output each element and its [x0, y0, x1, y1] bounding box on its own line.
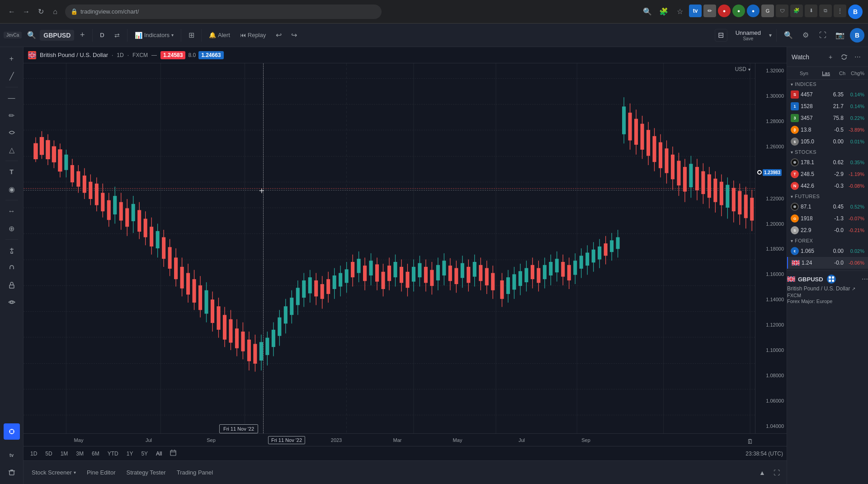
futures-section-header[interactable]: ▾ FUTURES	[787, 192, 868, 201]
ext-shield-icon[interactable]: 🛡	[776, 5, 788, 17]
ext-puzzle-icon[interactable]: 🧩	[790, 5, 803, 17]
ext-gray-icon[interactable]: G	[761, 5, 774, 17]
profile-avatar[interactable]: B	[848, 5, 863, 19]
search-icon[interactable]: 🔍	[640, 5, 655, 19]
currency-selector[interactable]: USD ▾	[735, 66, 750, 72]
watch-row-btc[interactable]: ₿ 13.8 -0.5 -3.89%	[787, 124, 868, 136]
watch-col-chg-pct[interactable]: Chg%	[846, 71, 864, 76]
shapes-tool[interactable]: △	[4, 142, 20, 158]
h-line-tool[interactable]: —	[4, 90, 20, 106]
watch-add-icon[interactable]: +	[825, 51, 836, 63]
watch-row-stock1[interactable]: 178.1 0.62 0.35%	[787, 157, 868, 168]
add-symbol-icon[interactable]: +	[75, 28, 90, 43]
tf-3m[interactable]: 3M	[73, 449, 87, 458]
redo-icon[interactable]: ↪	[287, 28, 301, 43]
refresh-button[interactable]: ↻	[34, 5, 47, 18]
time-axis-calendar-icon[interactable]: 🗓	[747, 438, 753, 445]
drawing-tool[interactable]: ✏	[4, 107, 20, 123]
alert-button[interactable]: 🔔 Alert	[204, 29, 235, 41]
strategy-tester-button[interactable]: Strategy Tester	[122, 466, 170, 479]
watch-row-ndx[interactable]: 1 1528 21.7 0.14%	[787, 100, 868, 112]
active-tool[interactable]	[4, 423, 20, 440]
ext-green-icon[interactable]: ●	[732, 5, 745, 17]
watch-row-gc[interactable]: G 1918 -1.3 -0.07%	[787, 213, 868, 224]
tf-ytd[interactable]: YTD	[104, 449, 122, 458]
star-icon[interactable]: ☆	[673, 5, 687, 19]
zoom-tool[interactable]: ⊕	[4, 220, 20, 237]
watch-more-icon[interactable]: ⋯	[852, 51, 863, 63]
bp-collapse-icon[interactable]: ▲	[756, 466, 769, 479]
magnet-tool[interactable]	[4, 260, 20, 276]
watch-layout-icon[interactable]	[827, 275, 836, 284]
watch-row-gbpusd[interactable]: 1.24 -0.0 -0.06%	[787, 257, 868, 269]
layout-selector[interactable]: ⊟	[715, 29, 727, 42]
watch-col-las[interactable]: Las	[812, 71, 830, 76]
chart-canvas[interactable]: USD ▾	[24, 63, 755, 433]
tf-1y[interactable]: 1Y	[123, 449, 137, 458]
menu-dots-icon[interactable]: ⋮	[834, 5, 846, 17]
ext-red-icon[interactable]: ●	[718, 5, 731, 17]
crosshair-tool[interactable]: +	[4, 51, 20, 67]
watch-row-eur[interactable]: € 1.065 0.00 0.02%	[787, 245, 868, 257]
settings-icon[interactable]: ⚙	[798, 28, 813, 43]
ext-window-icon[interactable]: ⧉	[819, 5, 832, 17]
stock-screener-button[interactable]: Stock Screener ▾	[27, 466, 80, 479]
brush-tool[interactable]: ◉	[4, 181, 20, 197]
symbol-selector[interactable]: GBPUSD	[40, 30, 74, 41]
indicators-button[interactable]: 📊 Indicators ▾	[130, 29, 178, 41]
watch-col-syn[interactable]: Syn	[800, 71, 811, 76]
tf-1m[interactable]: 1M	[57, 449, 71, 458]
watch-col-ch[interactable]: Ch	[831, 71, 845, 76]
watch-row-stock3[interactable]: N 442.6 -0.3 -0.08%	[787, 180, 868, 192]
trading-panel-button[interactable]: Trading Panel	[172, 466, 217, 479]
extensions-icon[interactable]: 🧩	[656, 5, 671, 19]
tf-6m[interactable]: 6M	[89, 449, 103, 458]
undo-icon[interactable]: ↩	[271, 28, 286, 43]
watch-row-gld[interactable]: $ 105.0 0.00 0.01%	[787, 136, 868, 147]
forex-section-header[interactable]: ▾ FOREX	[787, 236, 868, 245]
save-button[interactable]: Unnamed Save	[730, 28, 766, 43]
back-button[interactable]: ←	[5, 5, 18, 18]
tf-all[interactable]: All	[153, 449, 165, 458]
pin-tool[interactable]	[4, 242, 20, 259]
trash-tool[interactable]	[4, 464, 20, 480]
indices-section-header[interactable]: ▾ INDICES	[787, 80, 868, 89]
search-symbol-icon[interactable]: 🔍	[24, 28, 39, 43]
watch-row-sp500[interactable]: S 4457 6.35 0.14%	[787, 89, 868, 100]
search-tv-icon[interactable]: 🔍	[781, 28, 796, 43]
forward-button[interactable]: →	[20, 5, 33, 18]
watch-row-oil[interactable]: 87.1 0.45 0.52%	[787, 201, 868, 213]
measure-tool[interactable]: ↔	[4, 203, 20, 219]
ext-blue-icon[interactable]: ●	[747, 5, 760, 17]
bottom-open-icon[interactable]: ↗	[852, 286, 855, 291]
bp-expand-icon[interactable]: ⛶	[770, 466, 783, 479]
watch-reload-icon[interactable]	[838, 51, 850, 63]
watch-row-dji[interactable]: 3 3457 75.8 0.22%	[787, 112, 868, 124]
dropdown-arrow[interactable]: ▾	[769, 32, 772, 38]
chart-info-icon[interactable]: —	[151, 52, 157, 58]
watch-row-si[interactable]: S 22.9 -0.0 -0.21%	[787, 224, 868, 236]
eye-tool[interactable]	[4, 294, 20, 310]
fullscreen-icon[interactable]: ⛶	[816, 28, 830, 43]
tf-custom[interactable]	[167, 448, 179, 459]
line-tool[interactable]: ╱	[4, 68, 20, 84]
home-button[interactable]: ⌂	[49, 5, 61, 18]
ext-download-icon[interactable]: ⬇	[805, 5, 817, 17]
text-tool[interactable]: T	[4, 164, 20, 180]
ext-tv-icon[interactable]: tv	[689, 5, 702, 17]
stocks-section-header[interactable]: ▾ STOCKS	[787, 147, 868, 157]
compare-icon[interactable]: ⇄	[110, 28, 124, 43]
ext-edit-icon[interactable]: ✏	[703, 5, 716, 17]
watch-row-stock2[interactable]: T 248.5 -2.9 -1.19%	[787, 168, 868, 180]
watch-more-dots[interactable]: ⋯	[862, 275, 868, 283]
fibonacci-tool[interactable]	[4, 124, 20, 141]
camera-icon[interactable]: 📷	[833, 28, 847, 43]
user-avatar[interactable]: B	[850, 28, 864, 43]
address-bar[interactable]: 🔒 tradingview.com/chart/	[65, 5, 382, 19]
tf-5d[interactable]: 5D	[42, 449, 55, 458]
lock-tool[interactable]	[4, 277, 20, 293]
pine-editor-button[interactable]: Pine Editor	[82, 466, 120, 479]
replay-button[interactable]: ⏮ Replay	[236, 29, 270, 41]
tf-5y[interactable]: 5Y	[138, 449, 151, 458]
layout-icon[interactable]: ⊞	[184, 28, 198, 43]
